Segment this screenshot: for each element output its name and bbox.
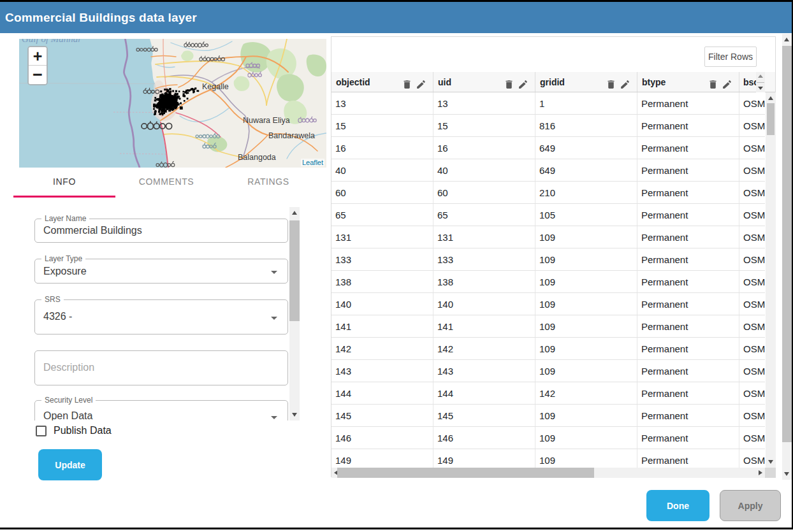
- map-zoom-out-button[interactable]: −: [29, 66, 47, 84]
- apply-button[interactable]: Apply: [720, 490, 781, 521]
- security-level-select[interactable]: Security Level Open Data: [34, 400, 288, 421]
- leaflet-map[interactable]: Kegalle Nuwara Eliya Bandarawela Balango…: [19, 39, 326, 168]
- delete-column-icon[interactable]: [504, 79, 514, 90]
- layer-type-select[interactable]: Layer Type Exposure: [34, 259, 288, 284]
- table-cell: Permanent: [637, 182, 739, 203]
- page-scrollbar[interactable]: [782, 34, 792, 480]
- filter-rows-button[interactable]: Filter Rows: [704, 47, 757, 67]
- table-row[interactable]: 131131109PermanentOSM: [331, 226, 765, 248]
- table-cell: 649: [535, 137, 637, 159]
- table-cell: 13: [433, 92, 535, 114]
- table-row[interactable]: 140140109PermanentOSM: [331, 293, 765, 315]
- delete-column-icon[interactable]: [606, 79, 616, 90]
- map-zoom-in-button[interactable]: +: [29, 47, 47, 66]
- table-row[interactable]: 141141109PermanentOSM: [331, 315, 765, 338]
- table-header-scrollbar-down-arrow[interactable]: [758, 87, 763, 90]
- map-zoom-control: + −: [27, 46, 48, 85]
- srs-select[interactable]: SRS 4326 -: [34, 299, 288, 334]
- table-cell: 16: [433, 137, 535, 159]
- table-cell: Permanent: [637, 204, 739, 226]
- table-row[interactable]: 1616649PermanentOSM: [331, 137, 765, 159]
- form-scrollbar-thumb[interactable]: [289, 220, 300, 321]
- map-label-gulf-of-mannar: Gulf of Mannar: [22, 39, 82, 44]
- table-vscroll-up-arrow[interactable]: [768, 96, 773, 100]
- table-cell: 60: [331, 182, 433, 203]
- form-scrollbar-down-arrow[interactable]: [292, 413, 297, 417]
- table-cell: 142: [535, 382, 637, 404]
- publish-data-checkbox[interactable]: [36, 426, 47, 436]
- table-row[interactable]: 143143109PermanentOSM: [331, 360, 765, 382]
- table-row[interactable]: 144144142PermanentOSM: [331, 382, 765, 405]
- table-row[interactable]: 142142109PermanentOSM: [331, 338, 765, 360]
- table-row[interactable]: 138138109PermanentOSM: [331, 271, 765, 293]
- delete-column-icon[interactable]: [402, 79, 412, 90]
- column-header-bsource: bsource: [739, 72, 756, 92]
- dialog-title: Commercial Buildings data layer: [0, 11, 197, 25]
- table-cell: Permanent: [637, 427, 739, 449]
- table-header-scrollbar-thumb[interactable]: [757, 82, 764, 83]
- table-vscroll-down-arrow[interactable]: [768, 460, 773, 464]
- edit-column-icon[interactable]: [722, 79, 732, 90]
- done-button[interactable]: Done: [646, 490, 709, 521]
- page-scrollbar-up-arrow[interactable]: [784, 38, 789, 41]
- edit-column-icon[interactable]: [518, 79, 528, 90]
- security-level-label: Security Level: [41, 396, 96, 405]
- table-hscroll-thumb[interactable]: [337, 468, 594, 478]
- tab-info[interactable]: INFO: [13, 169, 115, 198]
- table-cell: OSM: [739, 293, 765, 315]
- table-row[interactable]: 13131PermanentOSM: [331, 92, 765, 115]
- edit-column-icon[interactable]: [416, 79, 426, 90]
- table-cell: Permanent: [637, 115, 739, 136]
- table-row[interactable]: 1515816PermanentOSM: [331, 115, 765, 137]
- table-row[interactable]: 4040649PermanentOSM: [331, 159, 765, 182]
- page-scrollbar-down-arrow[interactable]: [784, 472, 789, 476]
- form-scrollbar[interactable]: [289, 207, 300, 421]
- delete-column-icon[interactable]: [708, 79, 718, 90]
- table-scrollbar-horizontal[interactable]: [331, 468, 765, 478]
- table-cell: 141: [433, 315, 535, 337]
- table-cell: 15: [331, 115, 433, 136]
- page-scrollbar-thumb[interactable]: [782, 46, 792, 442]
- table-row[interactable]: 6060210PermanentOSM: [331, 182, 765, 204]
- table-cell: OSM: [739, 204, 765, 226]
- table-header-scrollbar[interactable]: [756, 72, 765, 92]
- table-cell: 131: [331, 226, 433, 248]
- map-label-balangoda: Balangoda: [238, 153, 276, 162]
- map-label-kegalle: Kegalle: [202, 82, 229, 91]
- table-cell: Permanent: [637, 405, 739, 426]
- table-row[interactable]: 149149109PermanentOSM: [331, 449, 765, 468]
- table-cell: 15: [433, 115, 535, 136]
- table-vscroll-thumb[interactable]: [767, 103, 775, 135]
- table-row[interactable]: 133133109PermanentOSM: [331, 248, 765, 271]
- update-button[interactable]: Update: [38, 449, 102, 480]
- table-cell: 140: [433, 293, 535, 315]
- table-cell: 105: [535, 204, 637, 226]
- tab-comments[interactable]: COMMENTS: [115, 169, 217, 198]
- table-cell: 13: [331, 92, 433, 114]
- table-cell: Permanent: [637, 449, 739, 468]
- table-cell: 138: [331, 271, 433, 292]
- description-field[interactable]: Description: [34, 350, 288, 385]
- table-row[interactable]: 145145109PermanentOSM: [331, 405, 765, 427]
- tab-ratings[interactable]: RATINGS: [217, 169, 319, 198]
- column-header-uid: uid: [433, 72, 535, 92]
- map-attribution-link[interactable]: Leaflet: [301, 159, 324, 166]
- table-row[interactable]: 6565105PermanentOSM: [331, 204, 765, 226]
- map-label-nuwara-eliya: Nuwara Eliya: [243, 116, 290, 125]
- window-frame-bottom: [0, 528, 793, 529]
- table-cell: Permanent: [637, 293, 739, 315]
- table-header-scrollbar-up-arrow[interactable]: [758, 75, 763, 78]
- table-cell: 140: [331, 293, 433, 315]
- table-hscroll-right-arrow[interactable]: [759, 470, 762, 475]
- table-cell: Permanent: [637, 382, 739, 404]
- table-cell: 133: [331, 248, 433, 270]
- table-cell: 146: [433, 427, 535, 449]
- table-scrollbar-vertical[interactable]: [766, 92, 776, 468]
- table-row[interactable]: 146146109PermanentOSM: [331, 427, 765, 449]
- table-scrollbar-corner: [765, 468, 776, 478]
- table-cell: Permanent: [637, 159, 739, 181]
- column-header-btype: btype: [637, 72, 739, 92]
- form-scrollbar-up-arrow[interactable]: [292, 211, 297, 215]
- layer-name-field[interactable]: Layer Name Commercial Buildings: [34, 219, 288, 243]
- edit-column-icon[interactable]: [620, 79, 630, 90]
